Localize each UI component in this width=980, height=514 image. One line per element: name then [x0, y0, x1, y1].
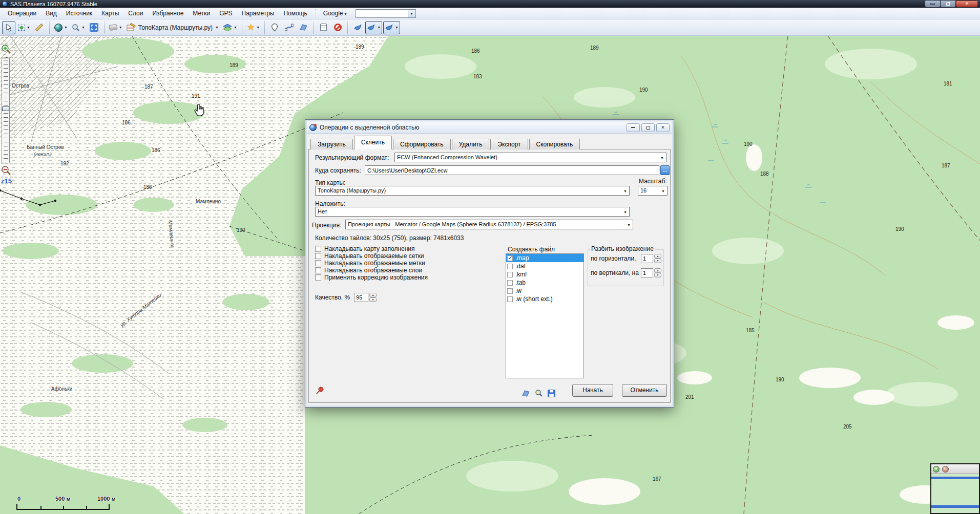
checkbox[interactable] — [315, 253, 321, 259]
file-type-row[interactable]: .kml — [506, 270, 583, 279]
save-settings-icon[interactable] — [548, 390, 555, 397]
cursor-tool-button[interactable] — [2, 21, 15, 34]
add-route-button[interactable] — [282, 21, 296, 34]
dialog-tab[interactable]: Склеить — [354, 136, 392, 149]
nav-tool-button[interactable] — [351, 21, 364, 34]
scale-combobox[interactable]: 16 — [638, 186, 668, 196]
pin-icon[interactable] — [315, 386, 324, 395]
zoom-slider-handle[interactable] — [2, 106, 9, 111]
split-horizontal-input[interactable] — [641, 254, 653, 263]
hide-marks-button[interactable] — [331, 21, 344, 34]
zoom-preview-icon[interactable] — [535, 389, 543, 397]
overlay-combobox[interactable]: Нет — [315, 207, 630, 217]
dialog-tab[interactable]: Удалить — [452, 139, 490, 149]
menu-item[interactable]: GPS — [215, 9, 237, 18]
file-type-row[interactable]: .w (short ext.) — [506, 295, 583, 303]
show-selection-icon[interactable] — [522, 390, 530, 397]
minimap-zoom-out-button[interactable]: − — [942, 466, 949, 473]
dialog-tab[interactable]: Экспорт — [490, 139, 528, 149]
scale-mid-label: 500 м — [55, 496, 71, 502]
checkbox-row[interactable]: Накладывать отображаемые сетки — [315, 252, 428, 260]
checkbox-row[interactable]: Накладывать отображаемые слои — [315, 267, 428, 274]
menu-item[interactable]: Помощь — [279, 9, 311, 18]
fill-map-tool-button[interactable]: ▼ — [108, 21, 124, 34]
window-minimize-button[interactable] — [925, 1, 940, 7]
projection-combobox[interactable]: Проекция карты - Mercator / Google Maps … — [345, 220, 633, 229]
checkbox-row[interactable]: Накладывать карту заполнения — [315, 245, 428, 252]
zoom-slider[interactable] — [2, 58, 10, 163]
file-type-row[interactable]: .w — [506, 287, 583, 295]
menu-item[interactable]: Источник — [61, 9, 97, 18]
dialog-close-button[interactable]: ✕ — [656, 123, 670, 132]
placemark-manager-button[interactable] — [317, 21, 330, 34]
menu-item[interactable]: Карты — [97, 9, 123, 18]
checkbox[interactable] — [315, 246, 321, 252]
chevron-down-icon: ▼ — [119, 26, 122, 29]
file-types-listbox[interactable]: .map .dat .kml — [506, 253, 584, 378]
menu-item[interactable]: Избранное — [148, 9, 188, 18]
file-type-row[interactable]: .map — [506, 254, 583, 262]
split-vertical-spinner[interactable]: ▲▼ — [654, 268, 661, 277]
map-canvas[interactable]: 83189187191186ный ОстровБанный Остров(не… — [0, 36, 980, 514]
cancel-button[interactable]: Отменить — [622, 384, 667, 397]
checkbox[interactable] — [315, 267, 321, 273]
checkbox-label: Накладывать отображаемые метки — [324, 260, 425, 267]
dialog-minimize-button[interactable] — [627, 123, 640, 132]
fullscreen-button[interactable] — [88, 21, 101, 34]
window-close-button[interactable]: ✕ — [956, 1, 978, 7]
checkbox[interactable] — [315, 274, 321, 281]
format-combobox[interactable]: ECW (Enhanced Compression Wavelet) — [394, 153, 666, 162]
file-type-checkbox[interactable] — [507, 255, 513, 261]
map-type-select-button[interactable]: ТопоКарта (Маршруты.ру) ▼ — [125, 21, 220, 34]
search-tool-button[interactable]: ▼ — [70, 21, 87, 34]
selection-tool-button[interactable]: ▼ — [16, 21, 32, 34]
nav-tool-2-button[interactable]: ▼ — [365, 21, 382, 34]
layers-button[interactable]: ▼ — [221, 21, 239, 34]
checkbox-row[interactable]: Применить коррекцию изображения — [315, 274, 428, 281]
menu-item[interactable]: Операции — [3, 9, 41, 18]
menu-item[interactable]: Вид — [41, 9, 61, 18]
file-type-checkbox[interactable] — [507, 296, 513, 302]
dialog-tab[interactable]: Скопировать — [529, 139, 580, 149]
split-horizontal-spinner[interactable]: ▲▼ — [654, 254, 661, 263]
start-button[interactable]: Начать — [572, 384, 613, 397]
checkbox-row[interactable]: Накладывать отображаемые метки — [315, 260, 428, 267]
add-placemark-button[interactable] — [268, 21, 281, 34]
selection-rect-icon — [18, 25, 25, 31]
minimap-road — [931, 477, 979, 479]
file-type-checkbox[interactable] — [507, 280, 513, 286]
checkbox[interactable] — [315, 260, 321, 266]
zoom-in-button[interactable] — [1, 44, 11, 54]
menu-item[interactable]: Слои — [123, 9, 148, 18]
menu-item-google[interactable]: Google▾ — [319, 9, 351, 18]
chevron-down-icon: ▼ — [64, 26, 68, 29]
quality-input[interactable] — [354, 293, 368, 302]
add-polygon-button[interactable] — [297, 21, 310, 34]
quality-spinner[interactable]: ▲▼ — [369, 293, 377, 302]
file-type-checkbox[interactable] — [507, 264, 513, 269]
dialog-maximize-button[interactable] — [641, 123, 655, 132]
chevron-down-icon[interactable]: ▼ — [408, 10, 415, 17]
file-type-row[interactable]: .dat — [506, 262, 583, 270]
menu-item[interactable]: Метки — [188, 9, 215, 18]
nav-tool-3-button[interactable]: ▼ — [383, 21, 400, 34]
menu-item[interactable]: Параметры — [237, 9, 279, 18]
minimap-zoom-in-button[interactable]: + — [933, 466, 940, 473]
ruler-tool-button[interactable] — [33, 21, 46, 34]
file-type-checkbox[interactable] — [507, 288, 513, 294]
browse-button[interactable]: ... — [660, 165, 670, 175]
window-restore-button[interactable] — [941, 1, 955, 7]
google-search-combobox[interactable]: ▼ — [356, 9, 416, 18]
file-type-row[interactable]: .tab — [506, 279, 583, 287]
file-type-checkbox[interactable] — [507, 272, 513, 277]
dialog-titlebar[interactable]: Операции с выделенной областью ✕ — [307, 122, 672, 134]
globe-tool-button[interactable]: ▼ — [53, 21, 69, 34]
favorites-button[interactable]: ★▼ — [245, 21, 261, 34]
minimap[interactable]: + − — [930, 463, 980, 514]
dialog-tab[interactable]: Загрузить — [310, 139, 353, 149]
zoom-out-button[interactable] — [1, 165, 11, 176]
save-path-input[interactable] — [365, 165, 659, 175]
map-type-combobox[interactable]: ТопоКарта (Маршруты.ру) — [315, 186, 630, 196]
dialog-tab[interactable]: Сформировать — [393, 139, 451, 149]
split-vertical-input[interactable] — [641, 268, 653, 277]
